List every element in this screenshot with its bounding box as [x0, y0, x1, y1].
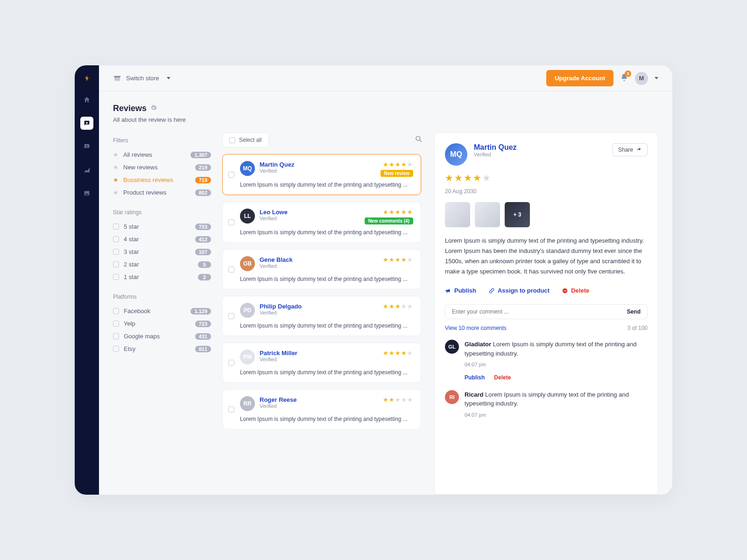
page-subtitle: All about the review is here	[113, 116, 658, 123]
detail-stars: ★★★★★	[445, 172, 648, 183]
share-label: Share	[618, 147, 633, 153]
checkbox-icon	[113, 346, 119, 352]
review-card[interactable]: PM Patrick Miller Verified ★★★★★ Lorem I…	[222, 343, 421, 383]
main: Switch store Upgrade Account 3 M Reviews	[99, 65, 672, 495]
review-stars: ★★★★★	[383, 303, 413, 310]
checkbox-icon	[113, 261, 119, 267]
filter-bussiness-reviews[interactable]: ★Bussiness reviews719	[113, 174, 211, 186]
search-button[interactable]	[415, 135, 423, 145]
review-stars: ★★★★★	[383, 350, 413, 357]
gear-icon	[150, 105, 157, 111]
review-excerpt: Lorem Ipsum is simply dummy text of the …	[240, 322, 413, 329]
platform-filter-yelp[interactable]: Yelp723	[113, 317, 211, 330]
filter-count: 719	[195, 177, 211, 183]
filter-new-reviews[interactable]: ★New reviews219	[113, 161, 211, 174]
review-tag: New review	[381, 170, 413, 177]
nav-home[interactable]	[80, 93, 93, 106]
share-button[interactable]: Share	[612, 143, 648, 156]
checkbox-icon	[229, 137, 235, 143]
detail-actions: Publish Assign to product Delete	[445, 287, 648, 294]
star-filter-4-star[interactable]: 4 star412	[113, 233, 211, 245]
thumbnail[interactable]	[475, 202, 500, 227]
checkbox-icon[interactable]	[228, 360, 234, 366]
filter-count: 431	[195, 333, 211, 340]
review-name[interactable]: Roger Reese	[260, 396, 296, 403]
review-name[interactable]: Philip Delgado	[260, 303, 302, 310]
page-body: Reviews All about the review is here Fil…	[99, 91, 672, 495]
detail-avatar: MQ	[445, 143, 467, 166]
filter-label: Bussiness reviews	[123, 176, 173, 183]
logo	[82, 74, 92, 83]
filter-label: 5 star	[124, 223, 139, 230]
account-menu[interactable]: M	[635, 72, 658, 85]
filter-label: Yelp	[124, 320, 135, 327]
star-icon: ★	[113, 189, 119, 196]
filter-label: 1 star	[124, 273, 139, 280]
thumbnail[interactable]	[445, 202, 470, 227]
review-name[interactable]: Patrick Miller	[260, 350, 297, 357]
filter-all-reviews[interactable]: ★All reviews1.307	[113, 148, 211, 161]
view-more-comments-link[interactable]: View 10 more comments	[445, 325, 507, 331]
page-header: Reviews All about the review is here	[113, 104, 658, 123]
link-icon	[488, 287, 495, 294]
star-ratings-heading: Star ratings	[113, 209, 211, 216]
settings-button[interactable]	[150, 105, 157, 113]
review-card[interactable]: GB Gene Black Verified ★★★★★ Lorem Ipsum…	[222, 249, 421, 289]
publish-button[interactable]: Publish	[445, 287, 476, 294]
comment-delete-button[interactable]: Delete	[494, 373, 511, 382]
delete-button[interactable]: Delete	[562, 287, 589, 294]
filter-label: Facebook	[124, 308, 150, 315]
checkbox-icon	[113, 224, 119, 230]
review-tag: New comments (4)	[365, 217, 413, 224]
comment-author: Gladiator	[465, 341, 491, 348]
star-filter-3-star[interactable]: 3 star107	[113, 245, 211, 258]
checkbox-icon[interactable]	[228, 219, 234, 225]
platform-filter-facebook[interactable]: Facebook1.129	[113, 305, 211, 317]
platform-filter-etsy[interactable]: Etsy811	[113, 343, 211, 355]
checkbox-icon[interactable]	[228, 406, 234, 413]
send-button[interactable]: Send	[627, 308, 641, 315]
review-name[interactable]: Gene Black	[260, 256, 293, 263]
notifications-button[interactable]: 3	[620, 73, 628, 84]
review-verified: Verified	[260, 357, 297, 362]
review-verified: Verified	[260, 403, 296, 409]
detail-name[interactable]: Martin Quez	[474, 143, 517, 152]
review-card[interactable]: LL Leo Lowe Verified ★★★★★ New comments …	[222, 202, 421, 243]
review-avatar: RR	[240, 396, 255, 411]
filter-count: 811	[195, 346, 211, 352]
comment-avatar: RI	[445, 390, 459, 404]
checkbox-icon[interactable]	[228, 172, 234, 178]
review-avatar: MQ	[240, 161, 255, 176]
review-card[interactable]: RR Roger Reese Verified ★★★★★ Lorem Ipsu…	[222, 389, 421, 429]
star-filter-5-star[interactable]: 5 star723	[113, 220, 211, 233]
checkbox-icon[interactable]	[228, 266, 234, 273]
switch-store-dropdown[interactable]: Switch store	[113, 75, 170, 82]
review-card[interactable]: PD Philip Delgado Verified ★★★★★ Lorem I…	[222, 296, 421, 336]
nav-images[interactable]	[80, 187, 93, 200]
select-all-button[interactable]: Select all	[222, 133, 269, 147]
review-excerpt: Lorem Ipsum is simply dummy text of the …	[240, 276, 413, 282]
filter-product-reviews[interactable]: ★Product reviews802	[113, 186, 211, 199]
nav-inbox[interactable]	[80, 140, 93, 153]
comment-text: Ricard Lorem Ipsum is simply dummy text …	[465, 390, 648, 408]
checkbox-icon	[113, 321, 119, 327]
checkbox-icon[interactable]	[228, 313, 234, 319]
checkbox-icon	[113, 274, 119, 280]
review-card[interactable]: MQ Martin Quez Verified ★★★★★ New review…	[222, 154, 421, 195]
review-name[interactable]: Leo Lowe	[260, 209, 288, 216]
upgrade-account-button[interactable]: Upgrade Account	[546, 70, 613, 86]
assign-to-product-button[interactable]: Assign to product	[488, 287, 550, 294]
nav-analytics[interactable]	[80, 163, 93, 176]
publish-label: Publish	[454, 287, 476, 294]
detail-date: 20 Aug 2030	[445, 188, 648, 195]
comment-input[interactable]	[452, 308, 627, 315]
thumbnail-more[interactable]: + 3	[505, 202, 530, 227]
comment-publish-button[interactable]: Publish	[465, 373, 485, 382]
platform-filter-google-maps[interactable]: Google maps431	[113, 330, 211, 343]
star-filter-2-star[interactable]: 2 star5	[113, 258, 211, 271]
nav-reviews[interactable]	[80, 117, 93, 130]
minus-circle-icon	[562, 287, 568, 294]
star-icon: ★	[113, 176, 119, 183]
review-name[interactable]: Martin Quez	[260, 161, 294, 168]
star-filter-1-star[interactable]: 1 star2	[113, 271, 211, 283]
